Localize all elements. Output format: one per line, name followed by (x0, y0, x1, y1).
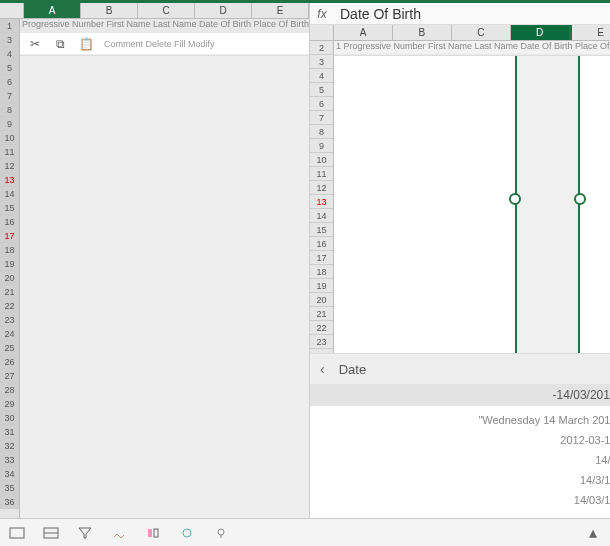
copy-icon[interactable]: ⧉ (52, 35, 70, 53)
left-cells[interactable]: Progressive Number First Name Last Name … (20, 19, 309, 518)
row-header-28[interactable]: 28 (0, 383, 19, 397)
r-col-d[interactable]: D (511, 25, 572, 40)
row-header-17[interactable]: 17 (0, 229, 19, 243)
row-header-25[interactable]: 25 (0, 341, 19, 355)
row-header-6[interactable]: 6 (0, 75, 19, 89)
r-row-header-16[interactable]: 16 (310, 237, 333, 251)
row-header-3[interactable]: 3 (0, 33, 19, 47)
r-col-c[interactable]: C (452, 25, 511, 40)
row-header-16[interactable]: 16 (0, 215, 19, 229)
col-header-d[interactable]: D (195, 3, 252, 18)
row-header-35[interactable]: 35 (0, 481, 19, 495)
r-row-header-13[interactable]: 13 (310, 195, 333, 209)
col-header-e[interactable]: E (252, 3, 309, 18)
formula-bar: fx Date Of Birth ⌄ (310, 3, 610, 25)
formula-value[interactable]: Date Of Birth (334, 6, 610, 22)
row-header-10[interactable]: 10 (0, 131, 19, 145)
right-select-all[interactable] (310, 25, 334, 40)
r-row-header-18[interactable]: 18 (310, 265, 333, 279)
row-header-26[interactable]: 26 (0, 355, 19, 369)
row-header-31[interactable]: 31 (0, 425, 19, 439)
r-row-header-22[interactable]: 22 (310, 321, 333, 335)
row-header-33[interactable]: 33 (0, 453, 19, 467)
r-row-header-15[interactable]: 15 (310, 223, 333, 237)
row-header-11[interactable]: 11 (0, 145, 19, 159)
tools-icon[interactable] (178, 525, 196, 541)
left-empty-area[interactable] (20, 55, 309, 518)
ideas-icon[interactable] (212, 525, 230, 541)
r-row-header-3[interactable]: 3 (310, 55, 333, 69)
date-option-4[interactable]: 14/03/12 (324, 490, 610, 510)
format-icon[interactable] (144, 525, 162, 541)
date-option-3[interactable]: 14/3/12 (324, 470, 610, 490)
selection-handle-left[interactable] (509, 193, 521, 205)
date-format-options: "Wednesday 14 March 20122012-03-1414/314… (310, 406, 610, 518)
row-header-21[interactable]: 21 (0, 285, 19, 299)
r-row-header-17[interactable]: 17 (310, 251, 333, 265)
r-row-header-7[interactable]: 7 (310, 111, 333, 125)
right-row-headers: 23456789101112131415161718192021222324 (310, 41, 334, 353)
row-header-13[interactable]: 13 (0, 173, 19, 187)
row-header-32[interactable]: 32 (0, 439, 19, 453)
row-header-36[interactable]: 36 (0, 495, 19, 509)
select-all-corner[interactable] (0, 3, 24, 18)
r-row-header-20[interactable]: 20 (310, 293, 333, 307)
sheet-view-icon[interactable] (8, 525, 26, 541)
row-header-27[interactable]: 27 (0, 369, 19, 383)
selection-handle-right[interactable] (574, 193, 586, 205)
row-header-18[interactable]: 18 (0, 243, 19, 257)
r-row-header-8[interactable]: 8 (310, 125, 333, 139)
r-row-header-6[interactable]: 6 (310, 97, 333, 111)
row-header-9[interactable]: 9 (0, 117, 19, 131)
r-row-header-5[interactable]: 5 (310, 83, 333, 97)
filter-icon[interactable] (76, 525, 94, 541)
r-col-e[interactable]: E (572, 25, 610, 40)
date-option-1[interactable]: 2012-03-14 (324, 430, 610, 450)
expand-up-icon[interactable]: ▴ (584, 525, 602, 541)
row-header-1[interactable]: 1 (0, 19, 19, 33)
row-header-29[interactable]: 29 (0, 397, 19, 411)
row-header-30[interactable]: 30 (0, 411, 19, 425)
row-header-34[interactable]: 34 (0, 467, 19, 481)
row-header-23[interactable]: 23 (0, 313, 19, 327)
row-header-5[interactable]: 5 (0, 61, 19, 75)
date-selected-format[interactable]: -14/03/2012 (310, 384, 610, 406)
r-col-b[interactable]: B (393, 25, 452, 40)
card-view-icon[interactable] (42, 525, 60, 541)
row-header-14[interactable]: 14 (0, 187, 19, 201)
row-header-7[interactable]: 7 (0, 89, 19, 103)
right-cells[interactable]: 1 Progressive Number First Name Last Nam… (334, 41, 610, 353)
r-row-header-11[interactable]: 11 (310, 167, 333, 181)
row-header-12[interactable]: 12 (0, 159, 19, 173)
r-row-header-10[interactable]: 10 (310, 153, 333, 167)
bottom-toolbar: ▴ (0, 518, 610, 546)
date-back-icon[interactable]: ‹ (320, 361, 325, 377)
r-row-header-14[interactable]: 14 (310, 209, 333, 223)
right-empty-area[interactable] (334, 55, 610, 353)
r-row-header-24[interactable]: 24 (310, 349, 333, 353)
row-header-19[interactable]: 19 (0, 257, 19, 271)
row-header-24[interactable]: 24 (0, 327, 19, 341)
r-row-header-23[interactable]: 23 (310, 335, 333, 349)
col-header-c[interactable]: C (138, 3, 195, 18)
date-option-2[interactable]: 14/3 (324, 450, 610, 470)
r-row-header-2[interactable]: 2 (310, 41, 333, 55)
row-header-4[interactable]: 4 (0, 47, 19, 61)
date-option-0[interactable]: "Wednesday 14 March 2012 (324, 410, 610, 430)
col-header-b[interactable]: B (81, 3, 138, 18)
col-header-a[interactable]: A (24, 3, 81, 18)
r-row-header-21[interactable]: 21 (310, 307, 333, 321)
row-header-8[interactable]: 8 (0, 103, 19, 117)
cut-icon[interactable]: ✂ (26, 35, 44, 53)
r-col-a[interactable]: A (334, 25, 393, 40)
highlight-icon[interactable] (110, 525, 128, 541)
row-header-22[interactable]: 22 (0, 299, 19, 313)
row-header-15[interactable]: 15 (0, 201, 19, 215)
r-row-header-12[interactable]: 12 (310, 181, 333, 195)
row-header-20[interactable]: 20 (0, 271, 19, 285)
r-row-header-19[interactable]: 19 (310, 279, 333, 293)
paste-icon[interactable]: 📋 (78, 35, 96, 53)
r-row-header-4[interactable]: 4 (310, 69, 333, 83)
r-row-header-9[interactable]: 9 (310, 139, 333, 153)
toolbar-labels: Comment Delete Fill Modify (104, 39, 215, 49)
